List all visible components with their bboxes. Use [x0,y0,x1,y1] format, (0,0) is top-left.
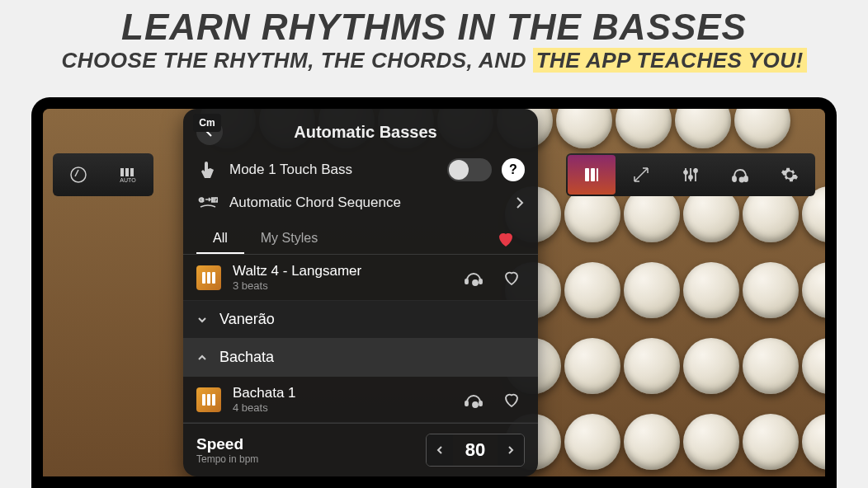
style-beats: 4 beats [233,401,449,414]
settings-button[interactable] [766,155,814,195]
auto-chord-row[interactable]: GE7 Automatic Chord Sequence [183,188,538,218]
mode-touch-row: Mode 1 Touch Bass ? [183,152,538,188]
svg-rect-22 [202,394,205,406]
svg-rect-17 [207,272,210,284]
style-beats: 3 beats [233,279,449,292]
group-name: Bachata [219,349,274,366]
svg-point-10 [694,169,697,172]
speed-value: 80 [453,439,498,461]
promo-header: LEARN RHYTHMS IN THE BASSES CHOOSE THE R… [0,0,868,77]
svg-rect-25 [465,401,468,406]
promo-subtitle: CHOOSE THE RHYTHM, THE CHORDS, AND THE A… [0,48,868,73]
svg-rect-19 [465,279,468,284]
automatic-basses-panel: Automatic Basses Mode 1 Touch Bass ? GE7… [183,109,538,476]
preview-button[interactable] [460,387,487,413]
svg-rect-26 [479,401,482,406]
mode-touch-toggle[interactable] [447,158,492,181]
svg-rect-11 [733,176,736,181]
style-tabs: All My Styles [183,218,538,255]
touch-icon [196,160,219,180]
svg-text:E7: E7 [211,196,218,204]
svg-point-8 [684,171,687,174]
svg-rect-7 [597,168,598,181]
svg-point-9 [689,176,692,179]
chevron-up-icon [196,352,210,364]
svg-rect-2 [125,168,129,176]
svg-rect-6 [591,168,595,181]
svg-point-13 [740,178,744,182]
accordion-icon [196,387,221,412]
speed-label: Speed [196,435,416,453]
style-item-bachata[interactable]: Bachata 1 4 beats [183,377,538,423]
chevron-down-icon [196,314,210,326]
svg-rect-12 [744,176,748,181]
auto-chord-label: Automatic Chord Sequence [229,195,505,211]
favorite-button[interactable] [498,387,525,413]
speed-increase-button[interactable] [498,434,524,466]
svg-rect-18 [212,272,215,284]
style-name: Waltz 4 - Langsamer [233,263,449,279]
tab-favorites[interactable] [487,228,525,251]
size-button[interactable] [617,155,665,195]
svg-rect-20 [479,279,482,284]
speed-row: Speed Tempo in bpm 80 [183,423,538,476]
svg-rect-24 [212,394,215,406]
style-button[interactable] [568,155,616,195]
svg-rect-5 [585,168,589,181]
speed-sublabel: Tempo in bpm [196,453,416,465]
device-frame: AUTO Cm [31,97,837,488]
svg-point-0 [71,167,86,182]
style-item-waltz[interactable]: Waltz 4 - Langsamer 3 beats [183,255,538,301]
style-name: Bachata 1 [233,385,449,401]
svg-rect-23 [207,394,210,406]
headphones-button[interactable] [716,155,764,195]
favorite-button[interactable] [498,265,525,291]
svg-rect-3 [130,168,134,176]
promo-highlight: THE APP TEACHES YOU! [533,48,807,73]
chevron-right-icon [515,195,525,210]
group-name: Vanerão [219,311,275,328]
promo-title: LEARN RHYTHMS IN THE BASSES [0,7,868,48]
style-list: Waltz 4 - Langsamer 3 beats Vanerão [183,255,538,423]
panel-title: Automatic Basses [233,123,498,142]
mode-touch-label: Mode 1 Touch Bass [229,162,437,178]
device-screen: AUTO Cm [43,109,825,476]
help-button[interactable]: ? [502,158,525,181]
chord-sequence-icon: GE7 [196,195,219,210]
auto-button[interactable]: AUTO [104,155,152,195]
group-vanerao[interactable]: Vanerão [183,301,538,339]
tab-all[interactable]: All [196,224,244,254]
svg-rect-1 [120,168,124,176]
tuning-button[interactable] [54,155,102,195]
tab-my-styles[interactable]: My Styles [244,224,334,254]
svg-rect-16 [202,272,205,284]
group-bachata[interactable]: Bachata [183,339,538,377]
preview-button[interactable] [460,265,487,291]
svg-text:G: G [199,196,204,204]
mixer-button[interactable] [667,155,715,195]
chord-badge: Cm [193,114,221,132]
speed-decrease-button[interactable] [427,434,453,466]
speed-stepper: 80 [426,434,525,467]
accordion-icon [196,265,221,290]
svg-text:AUTO: AUTO [120,177,136,183]
